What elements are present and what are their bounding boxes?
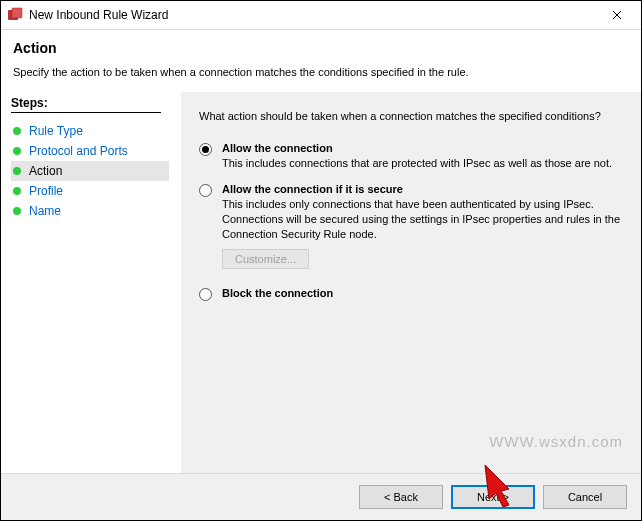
steps-sidebar: Steps: Rule Type Protocol and Ports Acti…	[1, 92, 181, 473]
bullet-icon	[13, 167, 21, 175]
close-button[interactable]	[597, 1, 637, 29]
option-allow[interactable]: Allow the connection This includes conne…	[199, 142, 623, 171]
close-icon	[612, 7, 622, 23]
step-profile[interactable]: Profile	[11, 181, 169, 201]
radio-block[interactable]	[199, 288, 212, 301]
window-title: New Inbound Rule Wizard	[29, 8, 168, 22]
option-title: Block the connection	[222, 287, 623, 299]
step-protocol-ports[interactable]: Protocol and Ports	[11, 141, 169, 161]
bullet-icon	[13, 207, 21, 215]
step-label: Action	[29, 164, 62, 178]
bullet-icon	[13, 147, 21, 155]
option-body: Allow the connection if it is secure Thi…	[222, 183, 623, 270]
option-block[interactable]: Block the connection	[199, 287, 623, 301]
step-label: Rule Type	[29, 124, 83, 138]
step-name[interactable]: Name	[11, 201, 169, 221]
bullet-icon	[13, 187, 21, 195]
page-subtitle: Specify the action to be taken when a co…	[13, 66, 629, 78]
app-icon	[7, 7, 23, 23]
header: Action Specify the action to be taken wh…	[1, 30, 641, 92]
option-body: Allow the connection This includes conne…	[222, 142, 623, 171]
option-body: Block the connection	[222, 287, 623, 301]
option-secure[interactable]: Allow the connection if it is secure Thi…	[199, 183, 623, 270]
option-desc: This includes connections that are prote…	[222, 156, 622, 171]
wizard-window: New Inbound Rule Wizard Action Specify t…	[0, 0, 642, 521]
titlebar: New Inbound Rule Wizard	[1, 1, 641, 30]
svg-rect-1	[12, 8, 22, 18]
content-panel: What action should be taken when a conne…	[181, 92, 641, 473]
button-label: < Back	[384, 491, 418, 503]
button-label: Next >	[477, 491, 509, 503]
body: Steps: Rule Type Protocol and Ports Acti…	[1, 92, 641, 473]
step-label: Profile	[29, 184, 63, 198]
step-action[interactable]: Action	[11, 161, 169, 181]
option-title: Allow the connection if it is secure	[222, 183, 623, 195]
footer: < Back Next > Cancel	[1, 473, 641, 520]
back-button[interactable]: < Back	[359, 485, 443, 509]
radio-allow[interactable]	[199, 143, 212, 156]
next-button[interactable]: Next >	[451, 485, 535, 509]
option-title: Allow the connection	[222, 142, 623, 154]
page-title: Action	[13, 40, 629, 56]
step-label: Name	[29, 204, 61, 218]
step-rule-type[interactable]: Rule Type	[11, 121, 169, 141]
step-label: Protocol and Ports	[29, 144, 128, 158]
bullet-icon	[13, 127, 21, 135]
radio-secure[interactable]	[199, 184, 212, 197]
button-label: Cancel	[568, 491, 602, 503]
cancel-button[interactable]: Cancel	[543, 485, 627, 509]
steps-label: Steps:	[11, 96, 161, 113]
option-desc: This includes only connections that have…	[222, 197, 622, 242]
customize-button: Customize...	[222, 249, 309, 269]
question-text: What action should be taken when a conne…	[199, 110, 623, 122]
